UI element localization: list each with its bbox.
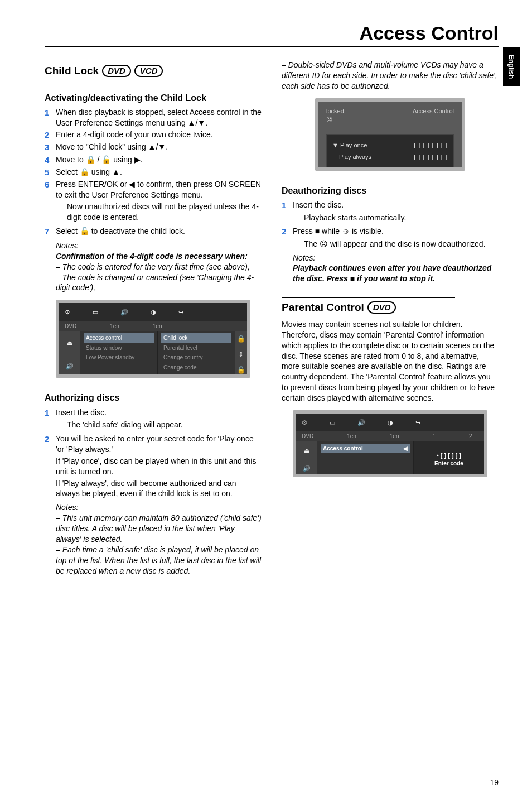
lang-label: 1en <box>110 323 119 330</box>
step-num: 2 <box>45 129 56 141</box>
ui-screenshot-menu: ⚙ ▭ 🔊 ◑ ↪ DVD 1en 1en ⏏🔊 Access control … <box>56 300 250 378</box>
page-number: 19 <box>490 778 499 787</box>
badge-vcd: VCD <box>134 65 163 77</box>
parental-control-para: Movies may contain scenes not suitable f… <box>282 319 499 403</box>
step-text: Enter a 4-digit code of your own choice … <box>56 129 213 141</box>
menu-item: Status window <box>84 343 154 353</box>
play-options: ▼ Play once[ ] [ ] [ ] [ ] Play always[ … <box>326 134 454 168</box>
notes-heading: Notes: <box>56 502 262 513</box>
step-num: 7 <box>45 226 56 237</box>
tab-icon: 🔊 <box>120 308 128 316</box>
heading-parental-control: Parental Control DVD <box>282 300 499 315</box>
dvd-label: DVD <box>65 323 76 330</box>
step-num: 2 <box>45 434 56 455</box>
notes-heading: Notes: <box>293 253 499 263</box>
steps-activating: 1When disc playback is stopped, select A… <box>45 107 262 200</box>
rule <box>45 386 142 386</box>
badge-dvd: DVD <box>102 65 131 77</box>
step-text: Move to "Child lock" using ▲/▼. <box>56 142 168 153</box>
column-right: – Double-sided DVDs and multi-volume VCD… <box>282 60 499 576</box>
heading-authorizing: Authorizing discs <box>45 392 262 404</box>
access-control-label: Access Control <box>413 107 454 124</box>
rule <box>282 297 455 298</box>
para: If 'Play always', disc will become autho… <box>56 478 262 499</box>
code-field: [ ] [ ] [ ] [ ] <box>414 153 448 161</box>
rule <box>45 60 196 60</box>
menu-item: Low Power standby <box>84 353 154 363</box>
step-num: 1 <box>45 407 56 419</box>
step-text: Select 🔓 to deactivate the child lock. <box>56 226 185 237</box>
code-dots: • [ ] [ ] [ ] <box>437 451 461 460</box>
play-once-label: Play once <box>340 142 367 148</box>
heading-deauthorizing: Deauthorizing discs <box>282 185 499 197</box>
step-num: 2 <box>282 226 293 237</box>
notes-heading: Notes: <box>56 241 262 251</box>
menu-item: Change code <box>161 363 231 373</box>
code-panel: • [ ] [ ] [ ] Enter code <box>413 441 484 477</box>
ui-screenshot-parental: ⚙ ▭ 🔊 ◑ ↪ DVD 1en 1en 1 2 ⏏🔊 Access cont… <box>293 410 487 477</box>
step-num: 4 <box>45 155 56 166</box>
badge-dvd: DVD <box>367 301 396 314</box>
tab-icon: ⚙ <box>65 308 70 316</box>
rule <box>282 179 379 179</box>
code-field: [ ] [ ] [ ] [ ] <box>414 141 448 150</box>
step-text: Select 🔒 using ▲. <box>56 167 122 178</box>
step-text: Press ENTER/OK or ◀ to confirm, then pre… <box>56 179 262 200</box>
lock-icons: 🔒⇕🔓 <box>235 331 247 378</box>
step-sub: The 'child safe' dialog will appear. <box>67 420 262 430</box>
tab-icon: ⚙ <box>302 419 307 427</box>
step-text: Move to 🔒 / 🔓 using ▶. <box>56 155 143 166</box>
page-title: Access Control <box>45 22 499 47</box>
note-text: – Each time a 'child safe' disc is playe… <box>56 545 262 576</box>
tab-icon: ▭ <box>330 419 335 427</box>
top-note: – Double-sided DVDs and multi-volume VCD… <box>282 60 499 92</box>
num-label: 2 <box>469 432 472 440</box>
column-left: Child Lock DVD VCD Activating/deactivati… <box>45 60 262 576</box>
rule <box>45 86 218 86</box>
step-text: Press ■ while ☺ is visible. <box>293 226 384 237</box>
lang-label: 1en <box>347 432 356 440</box>
menu-item: Access control <box>84 333 154 343</box>
step-sub: The ☹ will appear and the disc is now de… <box>304 239 499 249</box>
para: If 'Play once', disc can be played when … <box>56 456 262 477</box>
steps-deauth: 1Insert the disc. <box>282 200 499 211</box>
lang-label: 1en <box>153 323 162 330</box>
menu-right: Child lock Parental level Change country… <box>157 331 235 378</box>
heading-text: Child Lock <box>45 64 99 78</box>
heading-text: Parental Control <box>282 300 364 315</box>
note-text: Playback continues even after you have d… <box>293 263 499 284</box>
heading-activating: Activating/deactivating the Child Lock <box>45 92 262 104</box>
ui-screenshot-locked: locked☹ Access Control ▼ Play once[ ] [ … <box>315 98 465 171</box>
enter-code-label: Enter code <box>434 460 463 468</box>
tab-icon: ↪ <box>178 308 183 316</box>
tab-icon: ◑ <box>388 419 393 427</box>
step-text: Insert the disc. <box>293 200 344 211</box>
menu-item: Change country <box>161 353 231 363</box>
num-label: 1 <box>433 432 436 440</box>
note-text: – This unit memory can maintain 80 autho… <box>56 513 262 545</box>
steps-authorizing: 1Insert the disc. <box>45 407 262 419</box>
menu-item: Child lock <box>161 333 231 343</box>
step-num: 5 <box>45 167 56 178</box>
language-tab: English <box>503 47 520 86</box>
step-num: 1 <box>45 107 56 128</box>
step-num: 6 <box>45 179 56 200</box>
play-always-label: Play always <box>339 153 371 161</box>
tab-icon: ▭ <box>93 308 98 316</box>
side-icons: ⏏🔊 <box>296 441 317 477</box>
tab-icon: 🔊 <box>357 419 365 427</box>
step-sub: Playback starts automatically. <box>304 213 499 223</box>
steps-deauth-2: 2Press ■ while ☺ is visible. <box>282 226 499 237</box>
tab-icon: ↪ <box>415 419 420 427</box>
steps-authorizing-2: 2You will be asked to enter your secret … <box>45 434 262 455</box>
menu-mid: Access control◀ <box>317 441 413 477</box>
menu-item: Parental level <box>161 343 231 353</box>
note-text: – The code is entered for the very first… <box>56 262 262 272</box>
note-text: – The code is changed or canceled (see '… <box>56 272 262 294</box>
note-text: Confirmation of the 4-digit code is nece… <box>56 251 262 262</box>
step-num: 3 <box>45 142 56 153</box>
side-icons: ⏏🔊 <box>59 331 80 378</box>
tab-icon: ◑ <box>151 308 156 316</box>
steps-activating-7: 7Select 🔓 to deactivate the child lock. <box>45 226 262 237</box>
heading-child-lock: Child Lock DVD VCD <box>45 64 262 78</box>
